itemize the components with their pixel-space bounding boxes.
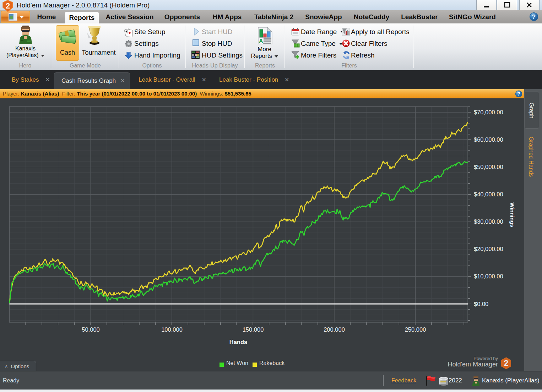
svg-text:?: ?: [532, 13, 536, 20]
svg-text:Winnings: Winnings: [509, 202, 515, 227]
svg-text:$0.00: $0.00: [474, 301, 488, 307]
svg-text:$20,000.00: $20,000.00: [474, 246, 503, 252]
svg-text:$70,000.00: $70,000.00: [474, 109, 503, 115]
svg-text:$50,000.00: $50,000.00: [474, 164, 503, 170]
svg-text:$40,000.00: $40,000.00: [474, 191, 503, 197]
svg-text:2: 2: [504, 359, 509, 368]
svg-text:100,000: 100,000: [161, 326, 183, 333]
svg-text:$60,000.00: $60,000.00: [474, 136, 503, 143]
svg-text:150,000: 150,000: [243, 326, 264, 333]
svg-text:250,000: 250,000: [405, 326, 426, 333]
svg-text:50,000: 50,000: [82, 326, 99, 333]
svg-text:200,000: 200,000: [324, 326, 345, 333]
svg-text:$30,000.00: $30,000.00: [474, 218, 503, 225]
svg-text:2: 2: [6, 1, 10, 10]
svg-text:A: A: [259, 38, 263, 44]
svg-text:Hands: Hands: [229, 339, 247, 345]
svg-text:$10,000.00: $10,000.00: [474, 273, 503, 279]
svg-text:?: ?: [517, 91, 520, 97]
